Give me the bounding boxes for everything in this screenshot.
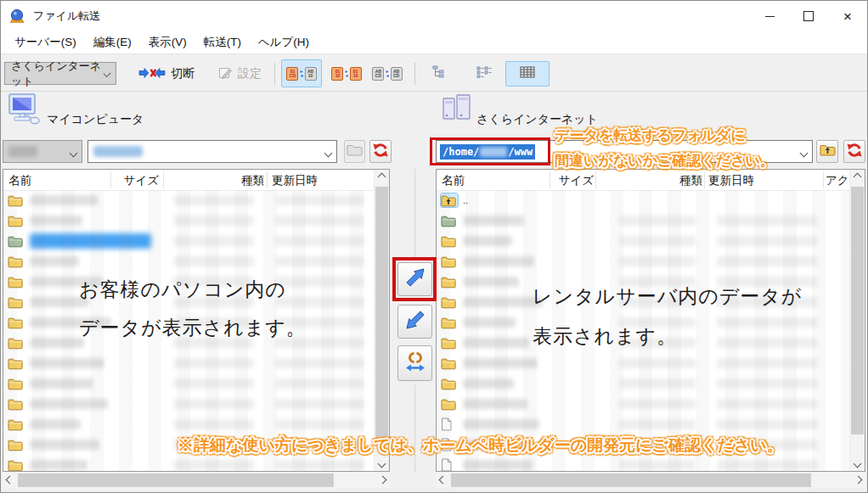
- menu-view[interactable]: 表示(V): [140, 32, 195, 53]
- view-tree-button[interactable]: [423, 61, 457, 87]
- blurred-filename: [30, 233, 151, 249]
- local-panel-note-line1: お客様のパソコン内の: [79, 277, 286, 303]
- file-row[interactable]: [437, 455, 850, 471]
- blurred-filename: [463, 317, 516, 328]
- folder-row[interactable]: [3, 353, 375, 373]
- local-horizontal-scrollbar[interactable]: [3, 473, 390, 488]
- disconnect-label: 切断: [171, 66, 194, 81]
- local-path-combobox[interactable]: [87, 140, 337, 163]
- details-view-icon: [520, 66, 535, 81]
- column-header-modified[interactable]: 更新日時: [272, 173, 318, 188]
- scroll-right-button[interactable]: [851, 473, 865, 487]
- scroll-up-button[interactable]: [375, 170, 389, 184]
- view-list-button[interactable]: [467, 61, 501, 87]
- folder-icon: [8, 255, 25, 268]
- settings-button[interactable]: 設定: [218, 63, 262, 85]
- drive-select[interactable]: [3, 140, 82, 163]
- folder-row[interactable]: [437, 373, 850, 394]
- menu-transfer[interactable]: 転送(T): [195, 32, 250, 53]
- menu-edit[interactable]: 編集(E): [85, 32, 140, 53]
- scroll-right-button[interactable]: [375, 473, 390, 487]
- folder-icon: [8, 458, 25, 471]
- folder-row[interactable]: [3, 455, 375, 471]
- folder-row[interactable]: [3, 190, 375, 210]
- folder-row[interactable]: [3, 251, 375, 272]
- folder-row[interactable]: [3, 394, 375, 414]
- toolbar: さくらインターネット 切断 設定 01 CD ▸◂ AB 10 01 10 ▸◂…: [1, 53, 867, 92]
- download-button[interactable]: [397, 305, 432, 339]
- mirror-transfer-button[interactable]: [397, 345, 432, 381]
- remote-panel-note-line1: レンタルサーバ内のデータが: [533, 283, 802, 310]
- blurred-cell: [173, 195, 254, 205]
- folder-icon: [441, 234, 458, 248]
- file-row[interactable]: [437, 414, 850, 434]
- upload-button[interactable]: [397, 262, 432, 296]
- scroll-thumb[interactable]: [851, 187, 864, 434]
- folder-row[interactable]: [437, 353, 850, 373]
- blurred-filename: [463, 216, 524, 226]
- blurred-cell: [717, 256, 817, 266]
- view-details-button[interactable]: [505, 61, 550, 87]
- scroll-left-button[interactable]: [436, 473, 450, 487]
- transfer-mode-auto-button[interactable]: 01 CD ▸◂ AB 10: [281, 59, 322, 87]
- local-refresh-button[interactable]: [369, 140, 392, 163]
- blurred-cell: [717, 338, 817, 348]
- folder-icon: [8, 295, 25, 309]
- folder-row[interactable]: [437, 394, 850, 414]
- column-header-size[interactable]: サイズ: [538, 173, 594, 188]
- column-header-size[interactable]: サイズ: [105, 173, 159, 188]
- folder-row[interactable]: ..: [437, 190, 850, 210]
- remote-horizontal-scrollbar[interactable]: [436, 473, 865, 488]
- scroll-thumb[interactable]: [18, 473, 334, 487]
- mirror-icon: [404, 350, 426, 376]
- folder-row[interactable]: [437, 231, 850, 251]
- column-header-modified[interactable]: 更新日時: [708, 173, 754, 188]
- toolbar-separator: [274, 63, 275, 85]
- minimize-button[interactable]: [750, 1, 789, 31]
- parent-dir-label: ..: [463, 195, 468, 205]
- folder-row[interactable]: [437, 210, 850, 231]
- remote-refresh-button[interactable]: [843, 140, 865, 163]
- blurred-filename: [30, 256, 79, 266]
- scroll-thumb[interactable]: [451, 473, 811, 487]
- transfer-mode-ascii-button[interactable]: AB CD ▸◂ AB CD: [368, 59, 407, 87]
- scroll-down-button[interactable]: [850, 457, 865, 471]
- column-header-permissions[interactable]: アク-: [826, 173, 850, 188]
- folder-row[interactable]: [3, 231, 375, 251]
- close-button[interactable]: ×: [828, 1, 867, 31]
- disconnect-button[interactable]: 切断: [138, 63, 194, 85]
- transfer-mode-binary-button[interactable]: 01 10 ▸◂ 01 10: [327, 59, 366, 87]
- server-icon: [439, 92, 475, 129]
- blurred-filename: [30, 195, 98, 205]
- local-vertical-scrollbar[interactable]: [374, 170, 389, 471]
- host-select-value: さくらインターネット: [11, 59, 104, 89]
- column-header-name[interactable]: 名前: [442, 173, 465, 188]
- maximize-button[interactable]: [789, 1, 828, 31]
- scroll-down-button[interactable]: [375, 457, 389, 471]
- blurred-cell: [275, 256, 364, 266]
- local-folder-up-button[interactable]: [344, 140, 365, 163]
- folder-icon: [441, 295, 458, 309]
- menu-help[interactable]: ヘルプ(H): [250, 32, 318, 53]
- folder-row[interactable]: [437, 251, 850, 272]
- maximize-icon: [803, 11, 814, 21]
- blurred-cell: [619, 378, 696, 389]
- folder-icon: [8, 377, 25, 390]
- chevron-down-icon: [800, 148, 809, 157]
- folder-row[interactable]: [3, 210, 375, 231]
- column-header-name[interactable]: 名前: [8, 173, 31, 188]
- remote-folder-up-button[interactable]: [816, 140, 838, 163]
- column-header-type[interactable]: 種類: [645, 173, 702, 188]
- scroll-left-button[interactable]: [3, 473, 17, 487]
- column-header-type[interactable]: 種類: [207, 173, 264, 188]
- host-select[interactable]: さくらインターネット: [4, 62, 116, 85]
- folder-row[interactable]: [3, 373, 375, 394]
- menu-server[interactable]: サーバー(S): [6, 32, 85, 53]
- remote-vertical-scrollbar[interactable]: [849, 170, 865, 471]
- blurred-filename: [463, 338, 529, 348]
- folder-icon: [8, 336, 25, 350]
- scroll-up-button[interactable]: [850, 170, 865, 184]
- scroll-thumb[interactable]: [375, 187, 388, 440]
- folder-row[interactable]: [3, 414, 375, 434]
- blurred-filename: [30, 440, 99, 450]
